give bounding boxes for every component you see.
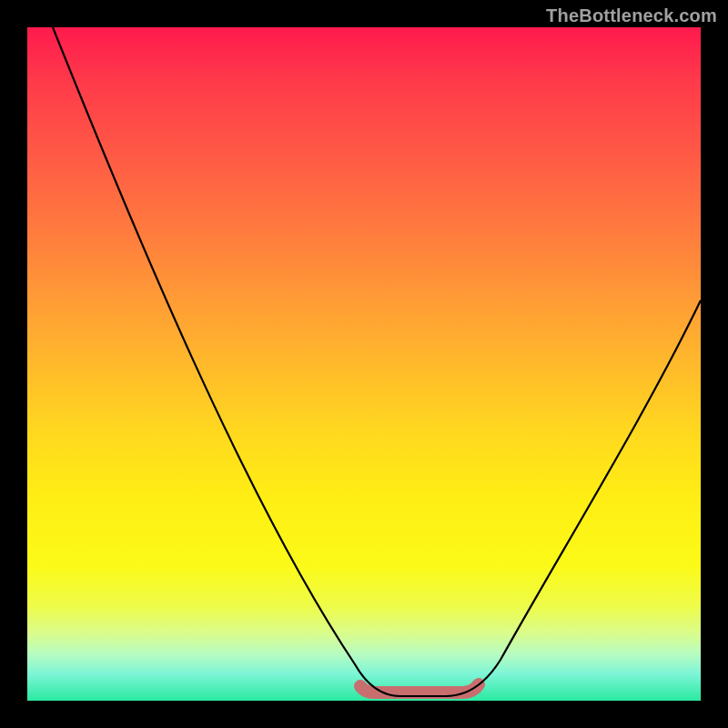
chart-svg bbox=[27, 27, 701, 701]
bottleneck-curve bbox=[53, 27, 701, 696]
plot-area bbox=[27, 27, 701, 701]
branding-watermark: TheBottleneck.com bbox=[546, 5, 717, 26]
chart-frame: TheBottleneck.com bbox=[0, 0, 728, 728]
sweet-spot-band bbox=[360, 684, 479, 693]
